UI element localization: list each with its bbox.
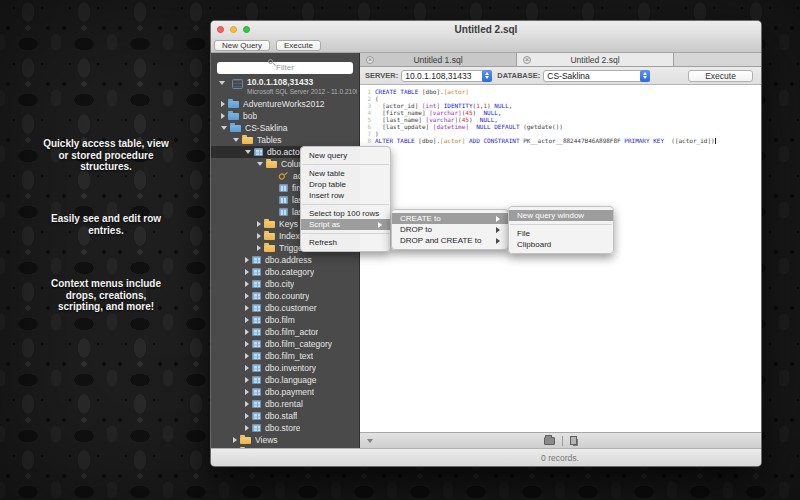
folder-icon[interactable] xyxy=(544,437,555,445)
copy-icon[interactable] xyxy=(570,436,577,445)
line-number: 3 xyxy=(364,102,371,109)
tab-close-icon[interactable]: × xyxy=(366,56,374,64)
tree-item-dbo-customer[interactable]: dbo.customer xyxy=(211,302,359,314)
database-stepper-icon[interactable] xyxy=(640,70,650,82)
menu-item-clipboard[interactable]: Clipboard xyxy=(509,239,613,250)
menu-item-new-query[interactable]: New query xyxy=(301,150,390,161)
tree-item-bob[interactable]: bob xyxy=(211,110,359,122)
tree-item-dbo-film-category[interactable]: dbo.film_category xyxy=(211,338,359,350)
menu-item-new-query-window[interactable]: New query window xyxy=(509,210,613,221)
tree-item-dbo-address[interactable]: dbo.address xyxy=(211,254,359,266)
tree-item-dbo-country[interactable]: dbo.country xyxy=(211,290,359,302)
tree-item-dbo-film-actor[interactable]: dbo.film_actor xyxy=(211,326,359,338)
disclosure-right-icon[interactable] xyxy=(245,341,249,347)
tree-item-views[interactable]: Views xyxy=(211,434,359,446)
menu-item-file[interactable]: File xyxy=(509,228,613,239)
tree-item-dbo-inventory[interactable]: dbo.inventory xyxy=(211,362,359,374)
menu-item-drop-table[interactable]: Drop table xyxy=(301,179,390,190)
disclosure-right-icon[interactable] xyxy=(245,269,249,275)
filter-input[interactable] xyxy=(217,62,353,74)
disclosure-down-icon[interactable] xyxy=(233,138,239,142)
sql-editor[interactable]: 1CREATE TABLE [dbo].[actor]2(3 [actor_id… xyxy=(360,85,761,432)
tab-untitled-2-sql[interactable]: ×Untitled 2.sql xyxy=(517,53,674,66)
disclosure-right-icon[interactable] xyxy=(245,329,249,335)
filter-funnel-icon[interactable] xyxy=(367,439,373,443)
query-bar: SERVER: 10.0.1.108,31433 DATABASE: CS-Sa… xyxy=(360,67,761,85)
tab-close-icon[interactable]: × xyxy=(523,56,531,64)
server-stepper-icon[interactable] xyxy=(482,70,492,82)
table-icon xyxy=(252,316,261,324)
disclosure-right-icon[interactable] xyxy=(257,221,261,227)
menu-item-drop-and-create-to[interactable]: DROP and CREATE to xyxy=(392,235,508,246)
disclosure-right-icon[interactable] xyxy=(221,113,225,119)
disclosure-down-icon[interactable] xyxy=(257,162,263,166)
tree-item-dbo-city[interactable]: dbo.city xyxy=(211,278,359,290)
table-icon xyxy=(252,352,261,360)
disclosure-right-icon[interactable] xyxy=(221,101,225,107)
desktop-caption-2: Easily see and edit rowentries. xyxy=(0,213,212,236)
disclosure-right-icon[interactable] xyxy=(245,257,249,263)
disclosure-right-icon[interactable] xyxy=(233,437,237,443)
tree-item-dbo-payment[interactable]: dbo.payment xyxy=(211,386,359,398)
desktop-caption-3: Context menus includedrops, creations,sc… xyxy=(0,278,212,313)
folder-yellow-icon xyxy=(264,221,275,228)
disclosure-right-icon[interactable] xyxy=(245,365,249,371)
table-icon xyxy=(252,340,261,348)
window-title: Untitled 2.sql xyxy=(211,21,761,38)
tree-item-label: dbo.address xyxy=(265,255,312,265)
menu-item-drop-to[interactable]: DROP to xyxy=(392,224,508,235)
menu-item-new-table[interactable]: New table xyxy=(301,168,390,179)
disclosure-right-icon[interactable] xyxy=(245,281,249,287)
menu-item-script-as[interactable]: Script as xyxy=(301,219,390,230)
menu-item-select-top-100-rows[interactable]: Select top 100 rows xyxy=(301,208,390,219)
menu-item-insert-row[interactable]: Insert row xyxy=(301,190,390,201)
new-query-button[interactable]: New Query xyxy=(214,40,270,51)
disclosure-down-icon[interactable] xyxy=(219,81,225,85)
table-icon xyxy=(252,328,261,336)
disclosure-right-icon[interactable] xyxy=(245,425,249,431)
tree-item-dbo-store[interactable]: dbo.store xyxy=(211,422,359,434)
tree-item-label: dbo.category xyxy=(265,267,314,277)
disclosure-right-icon[interactable] xyxy=(245,305,249,311)
menu-separator xyxy=(302,204,389,205)
tab-untitled-1-sql[interactable]: ×Untitled 1.sql xyxy=(360,53,517,66)
server-select[interactable]: 10.0.1.108,31433 xyxy=(401,70,492,82)
disclosure-right-icon[interactable] xyxy=(257,233,261,239)
disclosure-right-icon[interactable] xyxy=(245,353,249,359)
tree-item-label: Views xyxy=(255,435,278,445)
table-icon xyxy=(252,280,261,288)
submenu-arrow-icon xyxy=(496,238,500,244)
menu-item-create-to[interactable]: CREATE to xyxy=(392,213,508,224)
tree-item-dbo-staff[interactable]: dbo.staff xyxy=(211,410,359,422)
tree-item-tables[interactable]: Tables xyxy=(211,134,359,146)
execute-toolbar-button[interactable]: Execute xyxy=(276,40,321,51)
tree-item-adventureworks2012[interactable]: AdventureWorks2012 xyxy=(211,98,359,110)
disclosure-down-icon[interactable] xyxy=(245,150,251,154)
execute-query-button[interactable]: Execute xyxy=(688,70,753,82)
disclosure-right-icon[interactable] xyxy=(245,389,249,395)
disclosure-right-icon[interactable] xyxy=(245,413,249,419)
table-icon xyxy=(252,268,261,276)
tree-item-label: dbo.film xyxy=(265,315,295,325)
tree-item-label: Tables xyxy=(257,135,282,145)
tree-item-server[interactable]: 10.0.1.108,31433 Microsoft SQL Server 20… xyxy=(211,74,359,98)
tree-item-dbo-language[interactable]: dbo.language xyxy=(211,374,359,386)
toolbar-divider xyxy=(562,436,563,446)
disclosure-right-icon[interactable] xyxy=(245,317,249,323)
tree-item-cs-saklina[interactable]: CS-Saklina xyxy=(211,122,359,134)
disclosure-right-icon[interactable] xyxy=(245,293,249,299)
tree-item-label: dbo.rental xyxy=(265,399,303,409)
database-select[interactable]: CS-Saklina xyxy=(543,70,650,82)
menu-item-refresh[interactable]: Refresh xyxy=(301,237,390,248)
line-number: 1 xyxy=(364,88,371,95)
disclosure-right-icon[interactable] xyxy=(245,377,249,383)
tree-item-dbo-category[interactable]: dbo.category xyxy=(211,266,359,278)
tree-item-dbo-rental[interactable]: dbo.rental xyxy=(211,398,359,410)
disclosure-right-icon[interactable] xyxy=(257,245,261,251)
tree-item-dbo-film-text[interactable]: dbo.film_text xyxy=(211,350,359,362)
window-titlebar[interactable]: Untitled 2.sql xyxy=(211,21,761,38)
disclosure-down-icon[interactable] xyxy=(221,126,227,130)
disclosure-right-icon[interactable] xyxy=(245,401,249,407)
tree-item-dbo-film[interactable]: dbo.film xyxy=(211,314,359,326)
code-line: 6 [last_update] [datetime] NULL DEFAULT … xyxy=(364,123,761,130)
